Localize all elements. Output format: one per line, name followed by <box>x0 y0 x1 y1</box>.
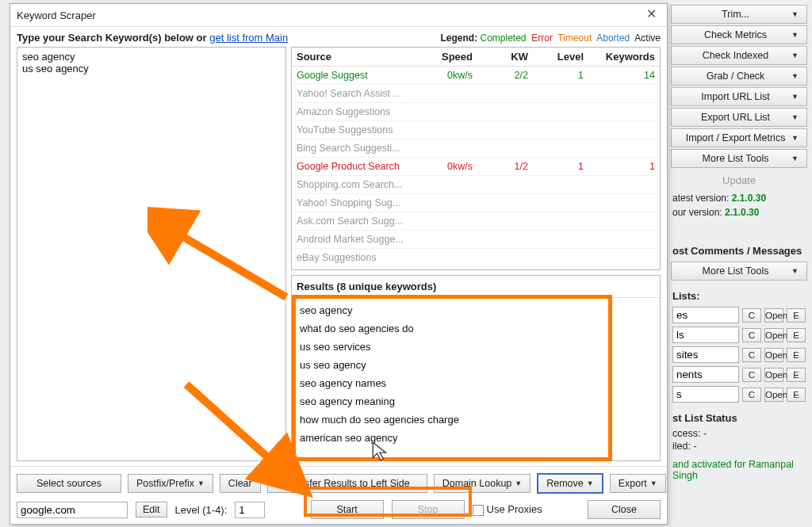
result-item[interactable]: how much do seo agencies charge <box>292 411 660 429</box>
select-sources-button[interactable]: Select sources <box>17 474 121 493</box>
export-menu[interactable]: Export▼ <box>610 474 666 493</box>
close-button[interactable]: Close <box>588 500 661 519</box>
list-c-1[interactable]: C <box>742 308 761 323</box>
list-open-4[interactable]: Open <box>764 368 783 382</box>
source-row[interactable]: Yahoo! Shopping Sug... <box>292 194 660 212</box>
grab-check-menu[interactable]: Grab / Check▼ <box>671 67 807 86</box>
source-row[interactable]: Ask.com Search Sugg... <box>292 212 660 231</box>
remove-menu[interactable]: Remove▼ <box>537 473 603 494</box>
source-row[interactable]: Amazon Suggestions <box>292 103 660 121</box>
failed-status: iled: - <box>666 440 812 453</box>
results-header: Results (8 unique keywords) <box>292 276 660 298</box>
source-row[interactable]: Android Market Sugge... <box>292 231 660 249</box>
activation-text: and activated for Ramanpal Singh <box>666 453 812 487</box>
result-item[interactable]: seo agency names <box>292 374 660 392</box>
legend: Legend: Completed Error Timeout Aborted … <box>441 32 661 44</box>
use-proxies-checkbox[interactable] <box>473 505 484 516</box>
close-icon[interactable]: ✕ <box>642 7 661 23</box>
result-item[interactable]: us seo services <box>292 338 660 356</box>
check-indexed-menu[interactable]: Check Indexed▼ <box>671 46 807 65</box>
footprint-input[interactable] <box>17 502 128 518</box>
check-metrics-menu[interactable]: Check Metrics▼ <box>671 25 807 44</box>
source-row[interactable]: Google Product Search0kw/s1/211 <box>292 158 660 176</box>
list-input-3[interactable] <box>672 346 739 363</box>
source-row[interactable]: YouTube Suggestions <box>292 121 660 139</box>
more-list-tools-menu-2[interactable]: More List Tools▼ <box>671 262 807 281</box>
level-input[interactable] <box>235 502 265 518</box>
source-row[interactable]: Shopping.com Search... <box>292 176 660 194</box>
more-list-tools-menu[interactable]: More List Tools▼ <box>671 149 807 168</box>
start-button[interactable]: Start <box>311 500 384 519</box>
edit-button[interactable]: Edit <box>136 502 167 517</box>
export-url-menu[interactable]: Export URL List▼ <box>671 108 807 127</box>
list-e-4[interactable]: E <box>787 368 806 382</box>
list-open-5[interactable]: Open <box>764 388 783 402</box>
transfer-results-button[interactable]: Transfer Results to Left Side <box>267 474 427 493</box>
version-info: atest version: 2.1.0.30 our version: 2.1… <box>666 191 812 220</box>
get-list-link[interactable]: get list from Main <box>209 32 288 44</box>
list-e-5[interactable]: E <box>787 388 806 402</box>
list-c-5[interactable]: C <box>742 388 761 402</box>
result-item[interactable]: american seo agency <box>292 429 660 447</box>
list-c-3[interactable]: C <box>742 348 761 362</box>
comments-header: ost Comments / Messages <box>666 237 812 260</box>
import-url-menu[interactable]: Import URL List▼ <box>671 87 807 106</box>
result-item[interactable]: seo agency meaning <box>292 392 660 411</box>
import-export-metrics-menu[interactable]: Import / Export Metrics▼ <box>671 128 807 147</box>
source-row[interactable]: eBay Suggestions <box>292 249 660 263</box>
update-button[interactable]: Update <box>666 170 812 191</box>
list-input-2[interactable] <box>672 327 739 343</box>
source-row[interactable]: Google Suggest0kw/s2/2114 <box>292 67 660 85</box>
list-open-1[interactable]: Open <box>764 308 783 323</box>
result-item[interactable]: seo agency <box>292 301 660 319</box>
source-row[interactable]: Bing Search Suggesti... <box>292 139 660 158</box>
clear-button[interactable]: Clear <box>220 474 261 493</box>
success-status: ccess: - <box>666 427 812 440</box>
keyword-scraper-dialog: Keyword Scraper ✕ Type your Search Keywo… <box>10 3 668 525</box>
level-label: Level (1-4): <box>175 504 228 516</box>
list-e-3[interactable]: E <box>787 348 806 362</box>
dialog-title: Keyword Scraper <box>17 10 96 21</box>
list-open-2[interactable]: Open <box>764 328 783 342</box>
use-proxies-label: Use Proxies <box>487 503 542 515</box>
list-e-1[interactable]: E <box>787 308 806 323</box>
stop-button[interactable]: Stop <box>392 500 465 519</box>
postfix-prefix-menu[interactable]: Postfix/Prefix▼ <box>128 474 213 493</box>
list-e-2[interactable]: E <box>787 328 806 342</box>
list-c-4[interactable]: C <box>742 368 761 382</box>
domain-lookup-menu[interactable]: Domain Lookup▼ <box>434 474 530 493</box>
result-item[interactable]: what do seo agencies do <box>292 319 660 338</box>
list-input-1[interactable] <box>672 307 739 323</box>
sources-header: Source Speed KW Level Keywords <box>292 48 660 67</box>
list-c-2[interactable]: C <box>742 328 761 342</box>
list-status-header: st List Status <box>666 404 812 427</box>
list-input-5[interactable] <box>672 386 739 403</box>
list-input-4[interactable] <box>672 366 739 383</box>
list-open-3[interactable]: Open <box>764 348 783 362</box>
lists-header: Lists: <box>666 282 812 305</box>
prompt-text: Type your Search Keyword(s) below or get… <box>17 32 288 44</box>
source-row[interactable]: Yahoo! Search Assist ... <box>292 85 660 103</box>
keywords-input[interactable] <box>17 47 286 461</box>
trim-menu[interactable]: Trim...▼ <box>671 5 807 24</box>
result-item[interactable]: us seo agency <box>292 356 660 374</box>
